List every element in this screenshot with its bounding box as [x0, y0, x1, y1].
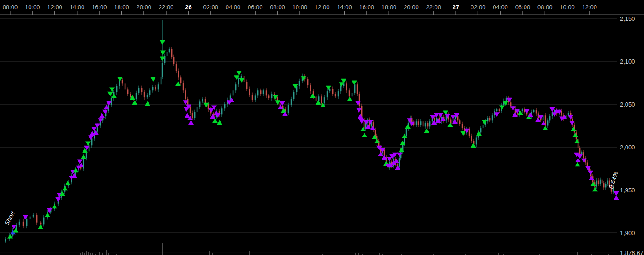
buy-marker-icon[interactable]	[405, 124, 411, 129]
sell-marker-icon[interactable]	[499, 105, 505, 110]
volume-bar	[355, 253, 356, 255]
buy-marker-icon[interactable]	[424, 129, 429, 133]
buy-marker-icon[interactable]	[111, 93, 117, 98]
buy-marker-icon[interactable]	[575, 162, 580, 166]
candle	[116, 86, 118, 92]
time-tick-label: 27	[453, 4, 459, 11]
buy-marker-icon[interactable]	[394, 159, 399, 163]
buy-marker-icon[interactable]	[347, 97, 352, 101]
buy-marker-icon[interactable]	[188, 120, 194, 125]
volume-bar	[577, 252, 578, 255]
buy-marker-icon[interactable]	[543, 126, 548, 130]
candle	[266, 90, 267, 95]
price-tick-label: 1,876.67	[620, 249, 644, 255]
candle	[122, 80, 123, 83]
buy-marker-icon[interactable]	[614, 196, 619, 200]
sell-marker-icon[interactable]	[387, 157, 392, 161]
time-tick-label: 22:00	[426, 4, 441, 11]
sell-marker-icon[interactable]	[352, 81, 357, 85]
sell-marker-icon[interactable]	[23, 215, 28, 220]
price-tick-label: 2,100	[620, 58, 635, 65]
buy-marker-icon[interactable]	[370, 126, 376, 130]
volume-bar	[113, 253, 113, 255]
buy-marker-icon[interactable]	[99, 113, 105, 118]
candle	[506, 98, 507, 101]
sell-marker-icon[interactable]	[585, 166, 591, 171]
candle	[158, 84, 159, 89]
sell-marker-icon[interactable]	[569, 121, 575, 125]
sell-marker-icon[interactable]	[356, 108, 362, 113]
buy-marker-icon[interactable]	[7, 234, 13, 238]
sell-marker-icon[interactable]	[77, 160, 83, 164]
buy-marker-icon[interactable]	[132, 100, 137, 105]
volume-bar	[106, 250, 107, 255]
sell-marker-icon[interactable]	[438, 113, 443, 118]
buy-marker-icon[interactable]	[512, 112, 518, 117]
sell-marker-icon[interactable]	[614, 191, 619, 196]
buy-marker-icon[interactable]	[592, 187, 598, 191]
buy-marker-icon[interactable]	[571, 127, 576, 131]
sell-marker-icon[interactable]	[102, 110, 108, 114]
candle	[190, 107, 191, 113]
time-tick-label: 18:00	[114, 4, 129, 11]
sell-marker-icon[interactable]	[482, 120, 487, 125]
price-chart-svg: 2,1502,1002,0502,0001,9501,9001,876.6708…	[0, 0, 644, 255]
time-tick-label: 14:00	[70, 4, 85, 11]
buy-marker-icon[interactable]	[217, 120, 222, 125]
candle	[127, 89, 129, 94]
buy-marker-icon[interactable]	[185, 113, 190, 118]
sell-marker-icon[interactable]	[236, 71, 242, 76]
buy-marker-icon[interactable]	[316, 100, 321, 105]
buy-marker-icon[interactable]	[310, 93, 316, 98]
candle	[233, 90, 234, 95]
candle	[192, 113, 193, 118]
buy-marker-icon[interactable]	[212, 118, 218, 123]
buy-marker-icon[interactable]	[447, 123, 453, 127]
volume-bar	[108, 253, 109, 255]
candle	[176, 64, 177, 71]
volume-bar	[99, 252, 100, 255]
sell-marker-icon[interactable]	[160, 40, 165, 45]
buy-marker-icon[interactable]	[145, 101, 150, 106]
sell-marker-icon[interactable]	[150, 77, 156, 82]
candle	[288, 105, 289, 113]
buy-marker-icon[interactable]	[81, 154, 86, 159]
candle	[307, 79, 309, 85]
sell-marker-icon[interactable]	[55, 197, 61, 202]
buy-marker-icon[interactable]	[175, 81, 181, 86]
buy-marker-icon[interactable]	[362, 133, 367, 137]
buy-marker-icon[interactable]	[62, 186, 68, 190]
candle	[173, 57, 175, 64]
candle	[352, 93, 353, 96]
candle	[238, 78, 239, 84]
buy-marker-icon[interactable]	[360, 127, 366, 131]
candle	[202, 99, 203, 102]
sell-marker-icon[interactable]	[368, 120, 373, 125]
sell-marker-icon[interactable]	[460, 131, 466, 136]
price-tick-label: 2,000	[620, 144, 635, 151]
sell-marker-icon[interactable]	[107, 92, 113, 96]
buy-marker-icon[interactable]	[65, 181, 71, 185]
candle	[349, 90, 350, 96]
sell-marker-icon[interactable]	[85, 142, 91, 146]
buy-marker-icon[interactable]	[52, 204, 57, 208]
buy-marker-icon[interactable]	[471, 143, 476, 148]
candle	[598, 181, 599, 184]
buy-marker-icon[interactable]	[574, 139, 580, 143]
buy-marker-icon[interactable]	[320, 103, 326, 107]
buy-marker-icon[interactable]	[72, 173, 77, 178]
candle	[549, 116, 551, 120]
candle	[257, 90, 259, 95]
buy-marker-icon[interactable]	[38, 225, 43, 229]
sell-marker-icon[interactable]	[209, 108, 214, 113]
sell-marker-icon[interactable]	[588, 171, 593, 175]
candle	[235, 84, 237, 90]
candle	[144, 92, 145, 97]
candle	[271, 94, 273, 98]
volume-bar	[358, 253, 359, 255]
buy-marker-icon[interactable]	[535, 117, 541, 122]
trading-chart-window: 2,1502,1002,0502,0001,9501,9001,876.6708…	[0, 0, 644, 255]
sell-marker-icon[interactable]	[88, 136, 94, 140]
buy-marker-icon[interactable]	[572, 133, 578, 137]
buy-marker-icon[interactable]	[45, 213, 50, 217]
